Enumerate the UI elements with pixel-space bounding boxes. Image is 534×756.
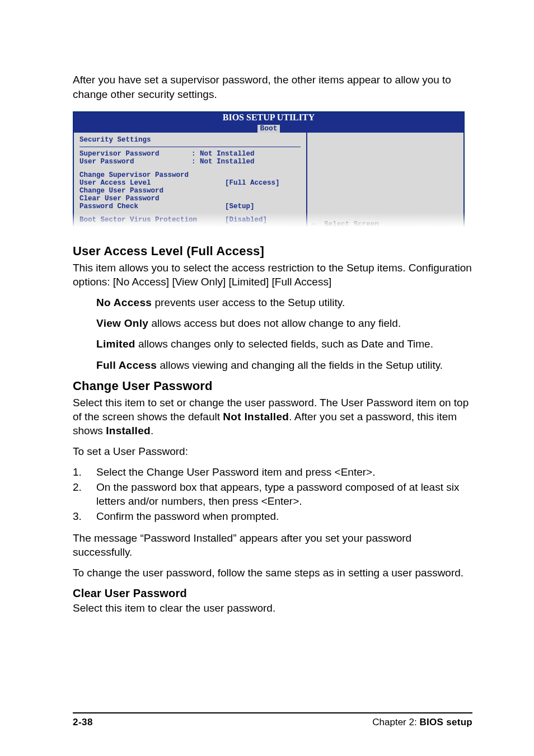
step-text: Confirm the password when prompted. — [96, 510, 279, 522]
step-number: 3. — [73, 509, 82, 523]
ual-option: View Only allows access but does not all… — [96, 316, 467, 330]
bios-help-text: Select Screen — [324, 220, 379, 228]
step-number: 2. — [73, 480, 82, 494]
bios-item-label: Change User Password — [79, 187, 225, 195]
intro-text: After you have set a supervisor password… — [73, 73, 472, 101]
bios-item-value: [Full Access] — [225, 179, 280, 187]
cup-step: 1.Select the Change User Password item a… — [73, 465, 472, 479]
step-text: On the password box that appears, type a… — [96, 481, 459, 507]
cup-step: 2.On the password box that appears, type… — [73, 480, 472, 508]
bios-item-value: [Setup] — [225, 203, 255, 210]
cup-p3: The message “Password Installed” appears… — [73, 531, 472, 559]
bios-left-panel: Security Settings Supervisor Password : … — [74, 133, 306, 229]
bios-section-header: Security Settings — [79, 136, 301, 144]
bios-status-row: User Password : Not Installed — [79, 158, 301, 166]
bios-item-label: Change Supervisor Password — [79, 171, 225, 179]
bios-status-row: Supervisor Password : Not Installed — [79, 150, 301, 158]
ual-option-name: View Only — [96, 317, 148, 329]
cup-p1d: Installed — [106, 425, 151, 436]
chapter-prefix: Chapter 2: — [372, 717, 419, 727]
bios-item-row: Change User Password — [79, 187, 301, 195]
chapter-label: Chapter 2: BIOS setup — [372, 717, 472, 728]
cup-step: 3.Confirm the password when prompted. — [73, 509, 472, 523]
bios-item-row: Clear User Password — [79, 195, 301, 203]
bios-item-row: Password Check [Setup] — [79, 203, 301, 210]
clr-p1: Select this item to clear the user passw… — [73, 601, 472, 615]
bios-right-panel: ← Select Screen — [306, 133, 463, 229]
ual-option: No Access prevents user access to the Se… — [96, 295, 467, 309]
bios-item-row: User Access Level [Full Access] — [79, 179, 301, 187]
bios-status-value: : Not Installed — [191, 158, 255, 166]
arrow-icon: ← — [312, 220, 316, 228]
bios-status-label: Supervisor Password — [79, 150, 191, 158]
bios-item-label: Clear User Password — [79, 195, 225, 203]
page-number: 2-38 — [73, 717, 93, 728]
bios-item-row: Change Supervisor Password — [79, 171, 301, 179]
bios-tab: Boot — [257, 125, 279, 133]
ual-option-text: prevents user access to the Setup utilit… — [152, 297, 345, 308]
cup-steps: 1.Select the Change User Password item a… — [73, 465, 472, 523]
ual-option-text: allows access but does not allow change … — [148, 317, 401, 329]
bios-screenshot: BIOS SETUP UTILITY Boot Security Setting… — [73, 111, 465, 231]
ual-option-text: allows viewing and changing all the fiel… — [157, 359, 443, 371]
heading-clear-user-password: Clear User Password — [73, 587, 472, 600]
bios-help-row: ← Select Screen — [312, 220, 459, 228]
heading-user-access-level: User Access Level (Full Access] — [73, 244, 472, 259]
page-footer: 2-38 Chapter 2: BIOS setup — [73, 712, 472, 728]
ual-option-text: allows changes only to selected fields, … — [135, 338, 433, 350]
bios-status-value: : Not Installed — [191, 150, 255, 158]
step-text: Select the Change User Password item and… — [96, 466, 375, 478]
bios-item-label: Boot Sector Virus Protection — [79, 216, 225, 224]
ual-option-name: Full Access — [96, 359, 157, 371]
chapter-bold: BIOS setup — [419, 717, 472, 727]
ual-description: This item allows you to select the acces… — [73, 261, 472, 289]
ual-option: Full Access allows viewing and changing … — [96, 358, 467, 372]
ual-option-name: No Access — [96, 297, 152, 308]
ual-option-name: Limited — [96, 338, 135, 350]
bios-title-bar: BIOS SETUP UTILITY Boot — [74, 112, 463, 133]
cup-p4: To change the user password, follow the … — [73, 566, 472, 580]
ual-option: Limited allows changes only to selected … — [96, 337, 467, 351]
bios-item-label: User Access Level — [79, 179, 225, 187]
bios-item-label: Password Check — [79, 203, 225, 210]
bios-title-text: BIOS SETUP UTILITY — [223, 112, 315, 122]
bios-item-row: Boot Sector Virus Protection [Disabled] — [79, 216, 301, 224]
bios-item-value: [Disabled] — [225, 216, 267, 224]
bios-status-label: User Password — [79, 158, 191, 166]
cup-p1: Select this item to set or change the us… — [73, 396, 472, 438]
cup-p2: To set a User Password: — [73, 444, 472, 458]
heading-change-user-password: Change User Password — [73, 379, 472, 393]
step-number: 1. — [73, 465, 82, 479]
cup-p1b: Not Installed — [223, 411, 289, 422]
cup-p1e: . — [151, 425, 153, 436]
